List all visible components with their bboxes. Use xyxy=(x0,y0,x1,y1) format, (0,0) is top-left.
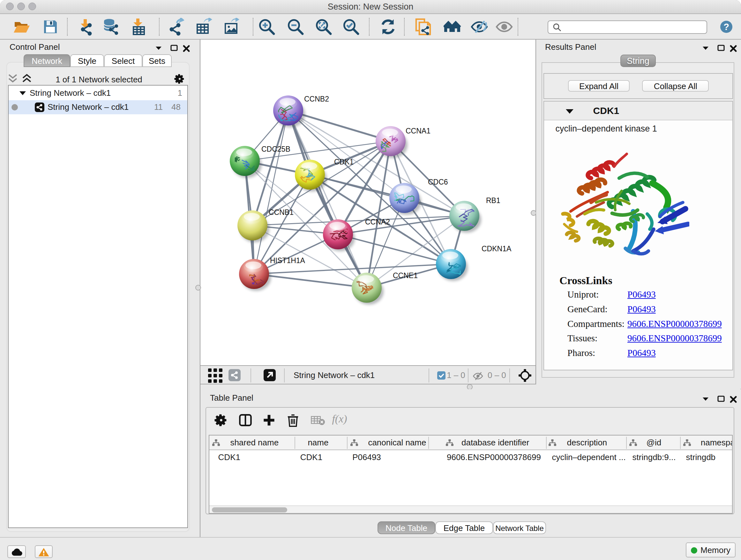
svg-text:CCNE1: CCNE1 xyxy=(393,271,418,280)
svg-text:CCNA1: CCNA1 xyxy=(406,127,430,135)
svg-text:HIST1H1A: HIST1H1A xyxy=(270,256,306,265)
svg-text:CDKN1A: CDKN1A xyxy=(482,245,512,253)
svg-text:CCNB1: CCNB1 xyxy=(269,208,293,216)
svg-text:CCNB2: CCNB2 xyxy=(304,95,329,103)
svg-text:?: ? xyxy=(724,22,729,32)
svg-text:CDK1: CDK1 xyxy=(334,158,354,166)
svg-text:CCNA2: CCNA2 xyxy=(365,218,390,226)
svg-text:CDC6: CDC6 xyxy=(428,178,448,186)
svg-text:CDC25B: CDC25B xyxy=(261,145,290,153)
svg-text:RB1: RB1 xyxy=(486,196,500,205)
